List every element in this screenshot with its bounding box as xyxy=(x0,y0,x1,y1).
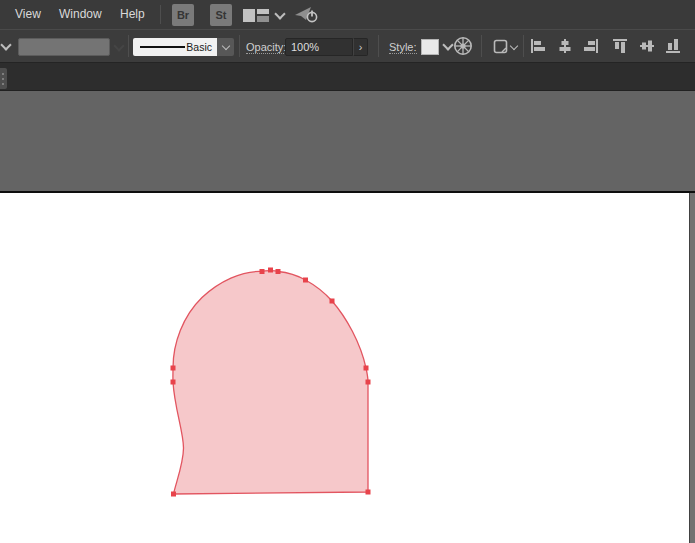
menu-separator xyxy=(160,5,161,24)
share-power-icon[interactable] xyxy=(294,4,320,26)
workspace-chevron-down-icon[interactable] xyxy=(274,8,285,19)
align-to-chevron-down-icon xyxy=(510,42,518,50)
bridge-button[interactable]: Br xyxy=(172,4,194,26)
align-top-button[interactable] xyxy=(610,37,630,55)
anchor-point[interactable] xyxy=(171,366,176,371)
illustrator-window: View Window Help Br St Basic xyxy=(0,0,695,543)
workspace-pane-left xyxy=(243,9,255,22)
menu-view[interactable]: View xyxy=(15,0,41,29)
anchor-point[interactable] xyxy=(268,268,273,273)
opacity-label[interactable]: Opacity: xyxy=(246,38,286,56)
align-to-button[interactable] xyxy=(490,37,520,57)
control-bar: Basic Opacity: 100% › Style: xyxy=(0,29,695,63)
anchor-point[interactable] xyxy=(303,278,308,283)
anchor-point[interactable] xyxy=(171,492,176,497)
align-h-center-button[interactable] xyxy=(555,37,575,55)
control-separator-4 xyxy=(481,35,482,57)
align-right-button[interactable] xyxy=(581,37,601,55)
opacity-label-text: Opacity: xyxy=(246,41,286,54)
brush-dropdown-button[interactable] xyxy=(217,38,234,56)
width-profile-dropdown[interactable] xyxy=(18,38,110,56)
align-bottom-icon xyxy=(665,38,681,54)
anchor-point[interactable] xyxy=(171,380,176,385)
anchor-point[interactable] xyxy=(330,299,335,304)
graphic-style-swatch[interactable] xyxy=(421,39,439,55)
control-separator-2 xyxy=(239,35,240,57)
anchor-point[interactable] xyxy=(366,490,371,495)
opacity-flyout-button[interactable]: › xyxy=(353,38,368,56)
menu-bar: View Window Help Br St xyxy=(0,0,695,30)
stock-button[interactable]: St xyxy=(210,4,232,26)
control-separator-5 xyxy=(523,35,524,57)
panel-grip-icon[interactable] xyxy=(0,68,7,89)
width-profile-chevron-down-icon[interactable] xyxy=(113,40,124,51)
align-h-center-icon xyxy=(557,38,573,54)
selected-path[interactable] xyxy=(173,271,368,494)
recolor-artwork-wheel-icon[interactable] xyxy=(452,35,474,57)
brush-chevron-down-icon xyxy=(221,41,229,49)
align-left-button[interactable] xyxy=(528,37,548,55)
document-tab-bar xyxy=(0,62,695,91)
opacity-input[interactable]: 100% xyxy=(285,38,353,56)
selected-shape[interactable] xyxy=(150,250,390,510)
workspace-switcher-icon[interactable] xyxy=(243,9,269,22)
align-v-center-icon xyxy=(639,38,655,54)
brush-definition-dropdown[interactable]: Basic xyxy=(133,38,217,56)
style-label-text: Style: xyxy=(389,41,417,54)
align-bottom-button[interactable] xyxy=(663,37,683,55)
align-v-center-button[interactable] xyxy=(637,37,657,55)
workspace-pane-bottomright xyxy=(257,16,269,22)
align-right-icon xyxy=(583,38,599,54)
align-top-icon xyxy=(612,38,628,54)
align-left-icon xyxy=(530,38,546,54)
anchor-point[interactable] xyxy=(364,366,369,371)
menu-window[interactable]: Window xyxy=(59,0,102,29)
brush-name-label: Basic xyxy=(186,38,212,56)
style-label[interactable]: Style: xyxy=(389,38,417,56)
pasteboard xyxy=(0,91,695,191)
align-to-artboard-icon xyxy=(493,39,509,55)
brush-stroke-preview xyxy=(140,46,185,48)
anchor-point[interactable] xyxy=(276,269,281,274)
anchor-point[interactable] xyxy=(366,380,371,385)
workspace-pane-topright xyxy=(257,9,269,14)
control-separator-1 xyxy=(128,35,129,57)
window-right-gutter xyxy=(689,193,695,543)
menu-help[interactable]: Help xyxy=(120,0,145,29)
anchor-point[interactable] xyxy=(260,269,265,274)
control-separator-3 xyxy=(378,35,379,57)
cropped-chevron-down-icon[interactable] xyxy=(0,39,11,50)
